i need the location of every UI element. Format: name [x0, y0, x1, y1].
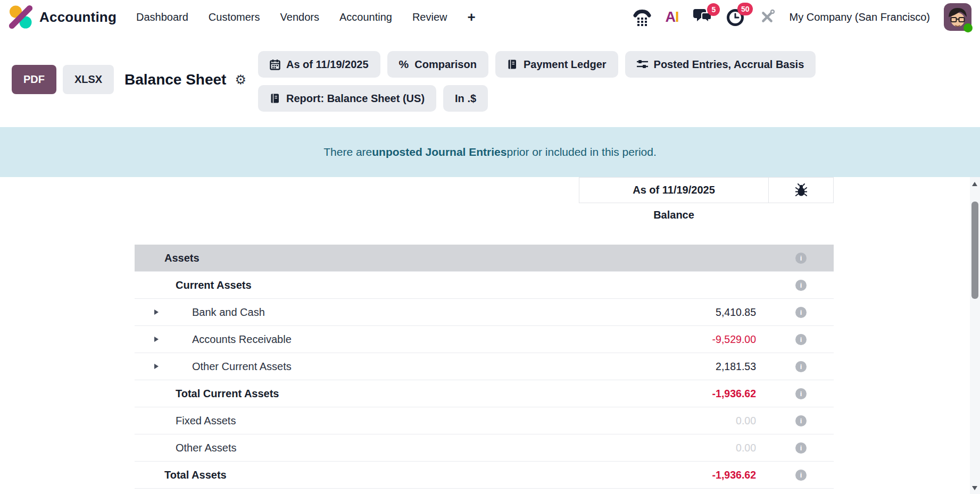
- payment-ledger-filter-button[interactable]: Payment Ledger: [495, 51, 618, 78]
- book-icon: [270, 93, 280, 104]
- table-row-accounts-receivable[interactable]: Accounts Receivable -9,529.00 i: [135, 326, 834, 353]
- row-value: 2,181.53: [716, 361, 756, 373]
- table-row-other-assets: Other Assets 0.00 i: [135, 434, 834, 462]
- row-label: Bank and Cash: [192, 306, 265, 319]
- activities-badge: 50: [737, 3, 753, 15]
- table-row-current-assets: Current Assets i: [135, 272, 834, 299]
- menu-accounting[interactable]: Accounting: [339, 11, 392, 23]
- export-group: PDF XLSX Balance Sheet ⚙: [12, 65, 246, 94]
- menu-review[interactable]: Review: [412, 11, 447, 23]
- currency-filter-button[interactable]: In .$: [443, 85, 488, 112]
- balance-sheet-table: Assets i Current Assets i Bank and Cash …: [135, 245, 834, 489]
- currency-filter-label: In .$: [455, 93, 476, 105]
- report-variant-button[interactable]: Report: Balance Sheet (US): [258, 85, 436, 112]
- row-label: Total Assets: [164, 469, 227, 481]
- date-filter-button[interactable]: As of 11/19/2025: [258, 51, 380, 78]
- alert-text-prefix: There are: [323, 146, 372, 158]
- column-subheader-balance: Balance: [579, 209, 769, 221]
- alert-text-bold: unposted Journal Entries: [372, 146, 506, 158]
- app-brand[interactable]: Accounting: [9, 5, 117, 29]
- report-header-bar: PDF XLSX Balance Sheet ⚙ As of 11/19/202…: [0, 34, 980, 127]
- column-header-row: As of 11/19/2025: [579, 177, 834, 203]
- comparison-filter-label: Comparison: [414, 58, 477, 71]
- odoo-accounting-logo: [9, 5, 33, 29]
- row-label: Current Assets: [176, 279, 252, 291]
- navbar-systray: AI 5 50: [633, 3, 971, 31]
- odoo-accounting-screen: Accounting Dashboard Customers Vendors A…: [0, 0, 980, 494]
- gear-icon[interactable]: ⚙: [235, 72, 246, 87]
- row-value: 5,410.85: [716, 306, 756, 319]
- table-row-total-assets: Total Assets -1,936.62 i: [135, 462, 834, 489]
- messages-badge: 5: [707, 3, 720, 16]
- info-icon[interactable]: i: [795, 442, 807, 454]
- row-label: Other Current Assets: [192, 361, 292, 373]
- vertical-scrollbar[interactable]: [970, 177, 980, 494]
- row-value: 0.00: [736, 442, 756, 454]
- payment-ledger-filter-label: Payment Ledger: [524, 58, 607, 71]
- scroll-down-arrow-icon[interactable]: [972, 486, 977, 490]
- book-icon: [507, 59, 518, 70]
- table-row-other-current-assets[interactable]: Other Current Assets 2,181.53 i: [135, 353, 834, 380]
- online-status-dot: [964, 23, 973, 32]
- xlsx-button[interactable]: XLSX: [63, 65, 114, 94]
- row-value: -9,529.00: [712, 333, 756, 346]
- report-variant-label: Report: Balance Sheet (US): [286, 93, 425, 105]
- menu-vendors[interactable]: Vendors: [280, 11, 319, 23]
- info-icon[interactable]: i: [795, 415, 807, 426]
- row-label: Fixed Assets: [176, 415, 236, 427]
- row-value: -1,936.62: [712, 388, 756, 400]
- scroll-up-arrow-icon[interactable]: [972, 182, 977, 186]
- row-label: Total Current Assets: [176, 388, 279, 400]
- percent-icon: %: [399, 58, 409, 71]
- top-navbar: Accounting Dashboard Customers Vendors A…: [0, 0, 980, 34]
- info-icon[interactable]: i: [795, 334, 807, 345]
- bug-icon: [795, 183, 807, 197]
- options-filter-label: Posted Entries, Accrual Basis: [654, 58, 804, 71]
- column-header-date[interactable]: As of 11/19/2025: [579, 177, 769, 203]
- table-row-total-current-assets: Total Current Assets -1,936.62 i: [135, 380, 834, 407]
- info-icon[interactable]: i: [795, 361, 807, 372]
- expand-caret-icon[interactable]: [154, 337, 159, 342]
- report-content: As of 11/19/2025 Balance Assets i: [0, 177, 980, 494]
- row-label: Assets: [164, 252, 200, 264]
- calendar-icon: [270, 59, 280, 70]
- user-avatar[interactable]: [944, 3, 971, 31]
- row-value: -1,936.62: [712, 469, 756, 481]
- plus-icon[interactable]: +: [467, 9, 475, 26]
- expand-caret-icon[interactable]: [154, 364, 159, 369]
- menu-customers[interactable]: Customers: [209, 11, 260, 23]
- app-name: Accounting: [39, 9, 117, 26]
- row-label: Other Assets: [176, 442, 237, 454]
- menu-dashboard[interactable]: Dashboard: [136, 11, 188, 23]
- table-row-bank-and-cash[interactable]: Bank and Cash 5,410.85 i: [135, 299, 834, 326]
- date-filter-label: As of 11/19/2025: [286, 58, 369, 71]
- unposted-entries-alert: There are unposted Journal Entries prior…: [0, 127, 980, 177]
- sliders-icon: [637, 60, 648, 70]
- table-row-fixed-assets: Fixed Assets 0.00 i: [135, 407, 834, 434]
- activities-icon[interactable]: 50: [726, 7, 745, 27]
- info-icon[interactable]: i: [795, 307, 807, 318]
- filter-row-1: As of 11/19/2025 % Comparison Payment Le…: [258, 51, 816, 78]
- pdf-button[interactable]: PDF: [12, 65, 56, 94]
- filter-row-2: Report: Balance Sheet (US) In .$: [258, 85, 488, 112]
- info-icon[interactable]: i: [795, 253, 807, 264]
- expand-caret-icon[interactable]: [154, 309, 159, 315]
- table-row-assets: Assets i: [135, 245, 834, 272]
- ai-icon[interactable]: AI: [665, 9, 678, 26]
- tools-icon[interactable]: [759, 9, 775, 25]
- voip-phone-icon[interactable]: [633, 9, 651, 26]
- row-label: Accounts Receivable: [192, 333, 292, 346]
- scrollbar-thumb[interactable]: [971, 202, 978, 299]
- main-menu: Dashboard Customers Vendors Accounting R…: [136, 9, 476, 26]
- comparison-filter-button[interactable]: % Comparison: [387, 51, 488, 78]
- alert-text-suffix: prior or included in this period.: [506, 146, 656, 158]
- options-filter-button[interactable]: Posted Entries, Accrual Basis: [625, 51, 816, 78]
- info-icon[interactable]: i: [795, 388, 807, 399]
- company-switcher[interactable]: My Company (San Francisco): [789, 11, 930, 23]
- page-title: Balance Sheet: [124, 71, 226, 88]
- info-icon[interactable]: i: [795, 470, 807, 481]
- messages-icon[interactable]: 5: [692, 8, 712, 26]
- info-icon[interactable]: i: [795, 280, 807, 291]
- row-value: 0.00: [736, 415, 756, 427]
- column-header-debug-cell[interactable]: [769, 177, 834, 203]
